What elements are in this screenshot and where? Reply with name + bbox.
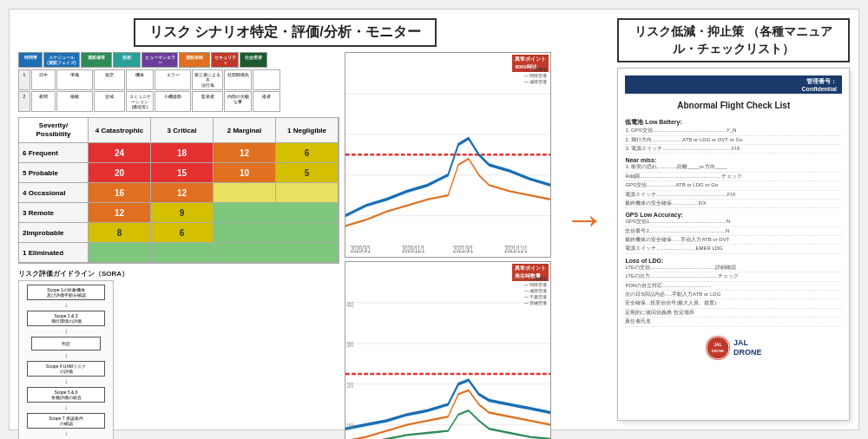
row2-unkou: 全域 — [94, 91, 125, 112]
legend-item-3: — 成田空港 — [524, 79, 547, 85]
cell-occasional-marginal — [214, 183, 276, 202]
low-battery-line-3: 3. 電源スイッチ...............................… — [625, 145, 842, 154]
fc-arrow-4: ↓ — [64, 378, 68, 385]
cell-frequent-negligible: 6 — [276, 143, 339, 162]
chart2-svg: 400 300 200 100 2020/3/1 2020/11/1 2021/… — [345, 262, 550, 440]
chart1-svg: 2020/3/1 2020/11/1 2021/3/1 2021/11/1 — [345, 53, 550, 257]
legend-item-1: — 三瀬機場 — [524, 67, 547, 73]
row2-num: 2 — [18, 91, 30, 112]
cell-frequent-marginal: 12 — [214, 143, 276, 162]
row2-jikantai: 夜間 — [31, 91, 56, 112]
row2-gijutsu: コミュニケーション(通信等) — [126, 91, 154, 112]
risk-matrix-corner: Severity/Possibility — [19, 118, 89, 142]
fc-diamond-1: 判定 — [31, 337, 101, 351]
checklist-doc: 管理番号：Confidential Abnormal Flight Check … — [617, 68, 850, 421]
header-gijutsu: 技術 — [113, 52, 141, 68]
section-ldg-title: Loss of LDG: — [625, 258, 842, 264]
row2-security: 内部の大幅な事 — [224, 91, 252, 112]
legend2-item-2: — 羽田空港 — [524, 282, 547, 288]
gps-line-4: 電源スイッチ...........................EMER LD… — [625, 245, 842, 253]
header-security: セキュリティ — [211, 52, 239, 68]
doc-header-bar: 管理番号：Confidential — [625, 75, 842, 94]
svg-text:2020/11/1: 2020/11/1 — [402, 244, 424, 255]
section-gps-title: GPS Low Accuracy: — [625, 212, 842, 218]
cell-improbable-negligible — [276, 223, 339, 242]
jal-drone-label: JALDRONE — [733, 338, 762, 357]
col-header-negligible: 1 Negligible — [276, 118, 339, 142]
row-frequent: 6 Frequent — [19, 143, 89, 162]
cell-probable-catastrophic: 20 — [89, 163, 151, 182]
legend2-item-3: — 成田空港 — [524, 288, 547, 294]
svg-text:2021/11/1: 2021/11/1 — [504, 244, 527, 255]
row1-num: 1 — [18, 69, 30, 90]
cell-improbable-catastrophic: 8 — [89, 223, 151, 242]
chart-box-1: 異常ポイント9000時比 2020/3/1 — [345, 52, 551, 258]
legend-item-2: — 羽田空港 — [524, 73, 547, 79]
svg-text:2021/3/1: 2021/3/1 — [453, 244, 473, 255]
cell-probable-marginal: 10 — [214, 163, 276, 182]
svg-text:300: 300 — [346, 339, 353, 349]
cell-remote-critical: 9 — [151, 203, 214, 222]
ldg-line-2: LTEの出力..................................… — [625, 272, 842, 281]
main-container: リスク シナリオ特定・評価/分析・モニター 時間帯 スケジュール(運航フェイズ)… — [9, 9, 859, 430]
fc-node-4: Scope 5 & 6各種評価の統合 — [27, 387, 105, 403]
scenario-table: 時間帯 スケジュール(運航フェイズ) 運航場等 技術 ヒューマンエラー 運航体制… — [18, 52, 339, 112]
svg-point-22 — [707, 337, 729, 359]
gps-line-2: 交信番号2...................................… — [625, 227, 842, 236]
cell-remote-marginal — [214, 203, 276, 222]
low-battery-line-2: 2. 飛行方向.....................ATB or LDG o… — [625, 136, 842, 145]
chart2-legend: — 三瀬機場 — 羽田空港 — 成田空港 — 千葉空港 — 茨城空港 — [524, 276, 547, 306]
svg-text:DRONE: DRONE — [712, 349, 725, 353]
row2-taisei: 監視者 — [192, 91, 223, 112]
row-eliminated: 1 Eliminated — [19, 243, 89, 262]
fc-arrow-6: ↓ — [64, 430, 68, 437]
risk-matrix: Severity/Possibility 4 Catastrophic 3 Cr… — [18, 117, 339, 264]
row1-schedule: 準備 — [56, 69, 93, 90]
near-miss-line-4: 電源スイッチ..................................… — [625, 191, 842, 200]
jal-crane-icon: JAL DRONE — [706, 336, 730, 360]
main-title: リスク シナリオ特定・評価/分析・モニター — [134, 18, 437, 47]
fc-arrow-2: ↓ — [64, 328, 68, 335]
col-header-catastrophic: 4 Catastrophic — [89, 118, 151, 142]
row1-shakai — [253, 69, 280, 90]
right-panel: リスク低減・抑止策 （各種マニュアル・チェックリスト） 管理番号：Confide… — [617, 18, 850, 421]
row2-schedule: 移載 — [56, 91, 93, 112]
cell-probable-critical: 15 — [151, 163, 214, 182]
bottom-section: リスク評価ガイドライン（SORA） Scope 1の対象機体及び評価手順を確認 … — [18, 269, 339, 439]
ldg-line-7: 責任者氏名 — [625, 318, 842, 326]
svg-text:400: 400 — [346, 298, 353, 308]
row1-security: 社団関係先 — [224, 69, 252, 90]
header-shakai: 社会受容 — [240, 52, 267, 68]
right-title: リスク低減・抑止策 （各種マニュアル・チェックリスト） — [617, 18, 850, 62]
cell-eliminated-catastrophic — [89, 243, 151, 262]
left-panel: リスク シナリオ特定・評価/分析・モニター 時間帯 スケジュール(運航フェイズ)… — [18, 18, 551, 421]
guideline-title: リスク評価ガイドライン（SORA） — [18, 269, 128, 278]
doc-content: 低電池 Low Battery: 1. GPS交信...............… — [625, 115, 842, 326]
legend2-item-4: — 千葉空港 — [524, 294, 547, 300]
fc-node-2: Scope 2 & 3飛行環境の評価 — [27, 311, 105, 326]
fc-arrow-1: ↓ — [64, 302, 68, 309]
gps-line-3: 最終機体の安全確保......手动入力ATB or DVT — [625, 236, 842, 245]
cell-eliminated-marginal — [214, 243, 276, 262]
header-schedule: スケジュール(運航フェイズ) — [43, 52, 80, 68]
chart1-legend: — 三瀬機場 — 羽田空港 — 成田空港 — [524, 67, 547, 85]
chart-area: 異常ポイント9000時比 2020/3/1 — [345, 52, 551, 439]
cell-remote-negligible — [276, 203, 339, 222]
ldg-line-1: LTEの交信..................................… — [625, 264, 842, 272]
row1-unkou: 低空 — [94, 69, 125, 90]
ldg-line-4: 次の日5回以内必.....手動入力ATB or LDG — [625, 291, 842, 299]
row-improbable: 2Improbable — [19, 223, 89, 242]
svg-text:100: 100 — [346, 421, 353, 430]
header-unkou: 運航場等 — [81, 52, 112, 68]
ldg-line-6: 定期的に後回信義務 告定場所 — [625, 309, 842, 318]
near-miss-line-1: 1. 衝突の恐れ..............距離____m 方向____ — [625, 163, 842, 172]
section-near-miss-title: Near miss: — [625, 157, 842, 163]
row-remote: 3 Remote — [19, 203, 89, 222]
gps-line-1: GPS交信1..................................… — [625, 218, 842, 226]
header-taisei: 運航体制 — [179, 52, 210, 68]
jal-logo-circle: JAL DRONE — [706, 336, 730, 360]
cell-improbable-marginal — [214, 223, 276, 242]
row1-human: エラー — [155, 69, 191, 90]
flowchart-box: Scope 1の対象機体及び評価手順を確認 ↓ Scope 2 & 3飛行環境の… — [18, 280, 114, 439]
legend2-item-5: — 茨城空港 — [524, 300, 547, 306]
